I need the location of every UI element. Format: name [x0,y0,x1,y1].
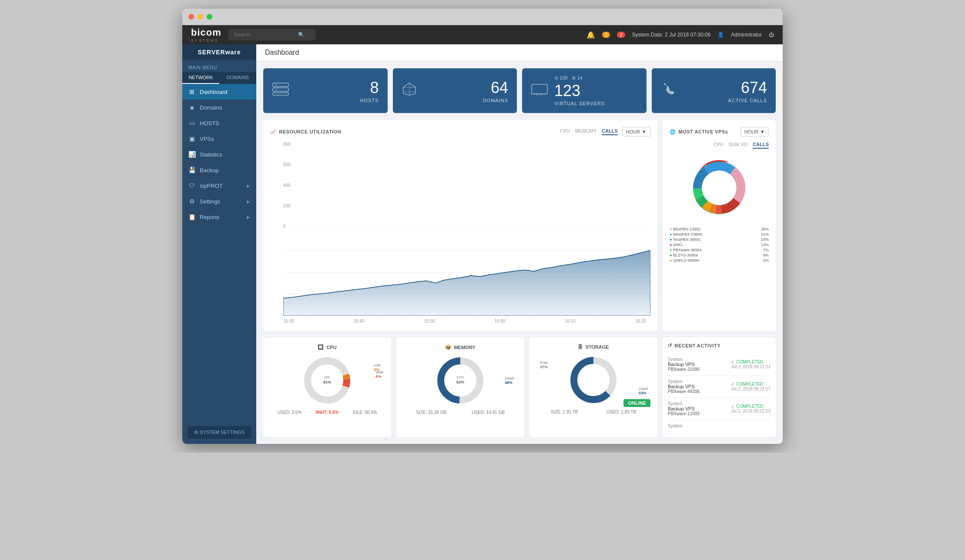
storage-donut: Free 37% Used 63% ONLINE [536,354,650,406]
sidebar-item-label: VPSs [200,136,214,142]
resource-chart-tabs: CPU MEMORY CALLS [560,128,618,135]
sidebar-item-label: Backup [200,167,218,173]
activity-time: Jul 2, 2018 08:21:23 [731,409,771,413]
sidebar-item-hosts[interactable]: ▭ HOSTS [182,115,256,131]
memory-size-stat: SIZE: 31.38 GB [416,410,446,415]
vs-main: 123 [554,82,638,100]
search-container[interactable]: 🔍 [228,29,315,40]
stat-card-virtual-servers: ⊙ 109 ⊚ 14 123 VIRTUAL SERVERS [522,68,647,113]
activity-left: System Backup VPS PBXware-11093 [668,401,700,416]
svg-text:91%: 91% [323,380,331,384]
check-icon: ✓ [731,360,734,364]
area-chart-svg [283,229,650,316]
virtual-servers-icon [531,83,548,99]
tab-vps-cpu[interactable]: CPU [714,142,724,149]
hosts-icon: ▭ [188,120,195,127]
domains-icon: ◈ [188,104,195,111]
sipprot-icon: 🛡 [188,182,195,189]
svg-text:52%: 52% [456,380,464,384]
activity-left: System Backup VPS PBXware-49206 [668,379,700,394]
legend-item: ● QNPLO-556945% [670,258,769,263]
sidebar-item-label: HOSTS [200,120,219,127]
cpu-icon: 🔲 [318,344,324,350]
svg-rect-0 [273,83,288,87]
globe-icon: 🌐 [670,129,676,135]
tab-domains[interactable]: DOMAINS [219,72,256,84]
hosts-card-info: 8 HOSTS [360,79,379,103]
system-settings-button[interactable]: ⚙ SYSTEM SETTINGS [188,426,251,439]
tab-calls[interactable]: CALLS [602,128,618,135]
storage-card: 🗄 STORAGE Free 37% [529,337,657,437]
sidebar-item-statistics[interactable]: 📊 Statistics [182,147,256,162]
x-axis-labels: 15:30 15:40 15:50 16:00 16:10 16:20 [283,319,650,323]
vps-hour-selector[interactable]: HOUR ▼ [741,127,769,137]
backup-icon: 💾 [188,167,195,173]
dashboard-icon: ⊞ [188,88,195,95]
dropdown-icon: ▼ [760,129,765,134]
hosts-label: HOSTS [360,98,379,103]
power-icon[interactable]: ⏻ [769,32,774,38]
topbar-right: 🔔 2 2 System Date: 2 Jul 2018 07:30:06 👤… [586,31,774,39]
notif-badge: 2 [617,32,625,38]
user-icon: 👤 [717,32,724,38]
resource-panel-title: 📈 RESOURCE UTILIZATION [270,129,342,135]
cpu-stats: USED: 3.6% WAIT: 5.5% IDLE: 90.9% [270,410,384,415]
sidebar-item-label: Settings [200,198,220,205]
cpu-wait-stat: WAIT: 5.5% [316,410,339,415]
arrow-icon: ▶ [247,215,250,220]
sidebar-item-settings[interactable]: ⚙ Settings ▶ [182,193,256,209]
settings-icon: ⚙ [188,198,195,205]
storage-stats: SIZE: 2.91 TB USED: 1.83 TB [536,410,650,414]
sidebar-brand: SERVERware [182,44,256,60]
tab-memory[interactable]: MEMORY [575,128,596,135]
legend-item: ● BlzzPBX-1390235% [670,227,769,231]
memory-card: 📦 MEMORY Free 52% Used 48 [396,337,524,437]
minimize-btn[interactable] [198,14,203,20]
stat-card-hosts: 8 HOSTS [263,68,388,113]
vps-legend: ● BlzzPBX-1390235% ● WestPBX-2355921% ● … [670,227,769,263]
sidebar-item-sipprot[interactable]: 🛡 sipPROT ▶ [182,178,256,193]
storage-donut-svg [567,354,620,406]
activity-right: ✓ COMPLETED Jul 2, 2018 08:21:31 [731,360,771,369]
bell-icon: 🔔 [586,31,595,39]
username: Administrator [731,32,762,38]
active-calls-label: ACTIVE CALLS [728,98,767,103]
storage-icon: 🗄 [578,344,583,350]
tab-cpu[interactable]: CPU [560,128,570,135]
vpss-icon: ▣ [188,135,195,142]
sidebar-item-backup[interactable]: 💾 Backup [182,162,256,178]
tab-vps-calls[interactable]: CALLS [753,142,769,149]
sidebar-item-dashboard[interactable]: ⊞ Dashboard [182,84,256,100]
activity-category: System [668,379,700,384]
storage-free-label: Free 37% [540,360,548,369]
vs-sub1: ⊙ 109 [554,75,567,81]
search-input[interactable] [234,32,295,38]
sidebar-item-vpss[interactable]: ▣ VPSs [182,131,256,147]
activity-category: System [668,423,682,428]
activity-detail: PBXware-21090 [668,367,700,372]
tab-network[interactable]: NETWORK [182,72,219,84]
memory-used-label: Used 48% [505,376,514,385]
charts-row: 📈 RESOURCE UTILIZATION CPU MEMORY CALLS … [256,120,783,337]
storage-title: 🗄 STORAGE [536,344,650,350]
activity-item-3: System Backup VPS PBXware-11093 ✓ COMPLE… [668,398,771,420]
activity-item-4: System [668,420,771,432]
legend-item: ● TeraPBX-3990115% [670,237,769,242]
sidebar: SERVERware MAIN MENU NETWORK DOMAINS ⊞ D… [182,44,256,444]
statistics-icon: 📊 [188,151,195,158]
stat-card-active-calls: 674 ACTIVE CALLS [652,68,776,113]
svg-rect-4 [273,93,288,95]
sidebar-section-label: MAIN MENU [182,60,256,72]
sidebar-item-domains[interactable]: ◈ Domains [182,100,256,115]
activity-detail: PBXware-11093 [668,411,700,416]
tab-vps-diskio[interactable]: DISK I/O [729,142,747,149]
vps-panel-title: 🌐 MOST ACTIVE VPSs [670,129,728,135]
maximize-btn[interactable] [207,14,212,20]
close-btn[interactable] [188,14,194,20]
active-calls-icon [660,81,676,100]
hour-selector[interactable]: HOUR ▼ [622,127,650,137]
active-calls-info: 674 ACTIVE CALLS [728,79,767,103]
sidebar-item-reports[interactable]: 📋 Reports ▶ [182,209,256,225]
arrow-icon: ▶ [247,183,250,188]
dropdown-icon: ▼ [642,129,647,134]
